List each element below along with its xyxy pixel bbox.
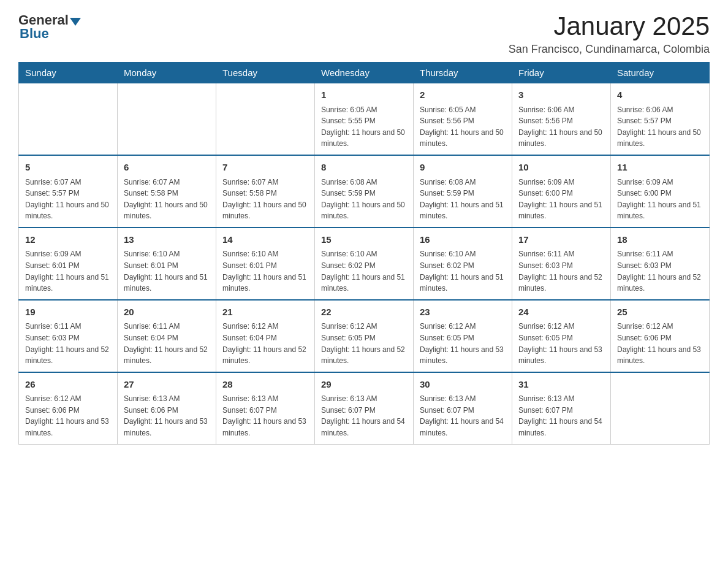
logo-blue-text: Blue: [20, 26, 49, 41]
header-saturday: Saturday: [611, 63, 710, 83]
day-info: Sunrise: 6:11 AM Sunset: 6:03 PM Dayligh…: [518, 248, 604, 294]
calendar-cell: 3Sunrise: 6:06 AM Sunset: 5:56 PM Daylig…: [512, 83, 611, 155]
calendar-cell: 15Sunrise: 6:10 AM Sunset: 6:02 PM Dayli…: [315, 228, 414, 300]
day-number: 25: [617, 305, 703, 320]
week-row-3: 19Sunrise: 6:11 AM Sunset: 6:03 PM Dayli…: [19, 300, 710, 372]
day-info: Sunrise: 6:13 AM Sunset: 6:07 PM Dayligh…: [420, 393, 506, 439]
day-number: 18: [617, 233, 703, 247]
logo: General Blue: [18, 12, 82, 42]
day-number: 5: [25, 161, 111, 175]
day-number: 20: [124, 305, 210, 320]
day-info: Sunrise: 6:13 AM Sunset: 6:06 PM Dayligh…: [124, 393, 210, 439]
day-number: 28: [222, 378, 308, 392]
day-number: 27: [124, 378, 210, 392]
calendar-cell: [216, 83, 315, 155]
calendar-cell: 13Sunrise: 6:10 AM Sunset: 6:01 PM Dayli…: [118, 228, 216, 300]
day-info: Sunrise: 6:13 AM Sunset: 6:07 PM Dayligh…: [518, 393, 604, 439]
day-number: 12: [25, 233, 111, 247]
calendar-cell: 7Sunrise: 6:07 AM Sunset: 5:58 PM Daylig…: [216, 155, 315, 228]
header-wednesday: Wednesday: [315, 63, 414, 83]
day-number: 30: [420, 378, 506, 392]
day-number: 4: [617, 88, 703, 102]
day-number: 7: [222, 161, 308, 175]
day-number: 10: [518, 161, 604, 175]
day-number: 8: [321, 161, 407, 175]
header-friday: Friday: [512, 63, 611, 83]
calendar-cell: 8Sunrise: 6:08 AM Sunset: 5:59 PM Daylig…: [315, 155, 414, 228]
day-number: 31: [518, 378, 604, 392]
calendar-cell: 12Sunrise: 6:09 AM Sunset: 6:01 PM Dayli…: [19, 228, 118, 300]
day-info: Sunrise: 6:11 AM Sunset: 6:03 PM Dayligh…: [25, 321, 111, 366]
calendar-cell: 30Sunrise: 6:13 AM Sunset: 6:07 PM Dayli…: [414, 372, 512, 444]
calendar-cell: 17Sunrise: 6:11 AM Sunset: 6:03 PM Dayli…: [512, 228, 611, 300]
week-row-2: 12Sunrise: 6:09 AM Sunset: 6:01 PM Dayli…: [19, 228, 710, 300]
subtitle: San Francisco, Cundinamarca, Colombia: [509, 43, 710, 56]
header-thursday: Thursday: [414, 63, 512, 83]
calendar-cell: 29Sunrise: 6:13 AM Sunset: 6:07 PM Dayli…: [315, 372, 414, 444]
day-info: Sunrise: 6:09 AM Sunset: 6:00 PM Dayligh…: [518, 177, 604, 222]
day-number: 24: [518, 305, 604, 320]
day-info: Sunrise: 6:07 AM Sunset: 5:58 PM Dayligh…: [124, 177, 210, 222]
title-area: January 2025 San Francisco, Cundinamarca…: [509, 12, 710, 56]
day-info: Sunrise: 6:10 AM Sunset: 6:02 PM Dayligh…: [321, 248, 407, 294]
day-info: Sunrise: 6:05 AM Sunset: 5:56 PM Dayligh…: [420, 104, 506, 150]
logo-arrow-icon: [70, 18, 81, 26]
day-number: 16: [420, 233, 506, 247]
day-number: 11: [617, 161, 703, 175]
day-number: 17: [518, 233, 604, 247]
day-number: 19: [25, 305, 111, 320]
day-info: Sunrise: 6:12 AM Sunset: 6:05 PM Dayligh…: [420, 321, 506, 366]
calendar-cell: 9Sunrise: 6:08 AM Sunset: 5:59 PM Daylig…: [414, 155, 512, 228]
day-number: 22: [321, 305, 407, 320]
day-number: 13: [124, 233, 210, 247]
calendar-header-row: SundayMondayTuesdayWednesdayThursdayFrid…: [19, 63, 710, 83]
header-monday: Monday: [118, 63, 216, 83]
calendar-cell: 4Sunrise: 6:06 AM Sunset: 5:57 PM Daylig…: [611, 83, 710, 155]
calendar-cell: 24Sunrise: 6:12 AM Sunset: 6:05 PM Dayli…: [512, 300, 611, 372]
day-info: Sunrise: 6:13 AM Sunset: 6:07 PM Dayligh…: [222, 393, 308, 439]
calendar-cell: 21Sunrise: 6:12 AM Sunset: 6:04 PM Dayli…: [216, 300, 315, 372]
calendar-cell: 11Sunrise: 6:09 AM Sunset: 6:00 PM Dayli…: [611, 155, 710, 228]
calendar-cell: 2Sunrise: 6:05 AM Sunset: 5:56 PM Daylig…: [414, 83, 512, 155]
day-info: Sunrise: 6:05 AM Sunset: 5:55 PM Dayligh…: [321, 104, 407, 150]
day-info: Sunrise: 6:09 AM Sunset: 6:00 PM Dayligh…: [617, 177, 703, 222]
day-number: 2: [420, 88, 506, 102]
day-info: Sunrise: 6:07 AM Sunset: 5:57 PM Dayligh…: [25, 177, 111, 222]
day-number: 21: [222, 305, 308, 320]
week-row-4: 26Sunrise: 6:12 AM Sunset: 6:06 PM Dayli…: [19, 372, 710, 444]
day-number: 14: [222, 233, 308, 247]
calendar-cell: 31Sunrise: 6:13 AM Sunset: 6:07 PM Dayli…: [512, 372, 611, 444]
calendar-cell: 27Sunrise: 6:13 AM Sunset: 6:06 PM Dayli…: [118, 372, 216, 444]
day-info: Sunrise: 6:12 AM Sunset: 6:04 PM Dayligh…: [222, 321, 308, 366]
day-number: 9: [420, 161, 506, 175]
calendar-cell: [611, 372, 710, 444]
day-number: 15: [321, 233, 407, 247]
day-info: Sunrise: 6:09 AM Sunset: 6:01 PM Dayligh…: [25, 248, 111, 294]
calendar-cell: 16Sunrise: 6:10 AM Sunset: 6:02 PM Dayli…: [414, 228, 512, 300]
day-info: Sunrise: 6:12 AM Sunset: 6:05 PM Dayligh…: [321, 321, 407, 366]
calendar-cell: 20Sunrise: 6:11 AM Sunset: 6:04 PM Dayli…: [118, 300, 216, 372]
day-info: Sunrise: 6:13 AM Sunset: 6:07 PM Dayligh…: [321, 393, 407, 439]
calendar-cell: 1Sunrise: 6:05 AM Sunset: 5:55 PM Daylig…: [315, 83, 414, 155]
week-row-0: 1Sunrise: 6:05 AM Sunset: 5:55 PM Daylig…: [19, 83, 710, 155]
day-info: Sunrise: 6:10 AM Sunset: 6:01 PM Dayligh…: [222, 248, 308, 294]
calendar-cell: [118, 83, 216, 155]
day-info: Sunrise: 6:12 AM Sunset: 6:06 PM Dayligh…: [617, 321, 703, 366]
week-row-1: 5Sunrise: 6:07 AM Sunset: 5:57 PM Daylig…: [19, 155, 710, 228]
calendar-cell: 14Sunrise: 6:10 AM Sunset: 6:01 PM Dayli…: [216, 228, 315, 300]
calendar-table: SundayMondayTuesdayWednesdayThursdayFrid…: [18, 62, 710, 444]
calendar-cell: 19Sunrise: 6:11 AM Sunset: 6:03 PM Dayli…: [19, 300, 118, 372]
day-info: Sunrise: 6:06 AM Sunset: 5:56 PM Dayligh…: [518, 104, 604, 150]
day-info: Sunrise: 6:11 AM Sunset: 6:03 PM Dayligh…: [617, 248, 703, 294]
day-info: Sunrise: 6:08 AM Sunset: 5:59 PM Dayligh…: [420, 177, 506, 222]
calendar-cell: 6Sunrise: 6:07 AM Sunset: 5:58 PM Daylig…: [118, 155, 216, 228]
day-number: 23: [420, 305, 506, 320]
day-number: 29: [321, 378, 407, 392]
day-number: 3: [518, 88, 604, 102]
calendar-cell: 25Sunrise: 6:12 AM Sunset: 6:06 PM Dayli…: [611, 300, 710, 372]
day-info: Sunrise: 6:08 AM Sunset: 5:59 PM Dayligh…: [321, 177, 407, 222]
day-info: Sunrise: 6:12 AM Sunset: 6:06 PM Dayligh…: [25, 393, 111, 439]
header-tuesday: Tuesday: [216, 63, 315, 83]
calendar-cell: 28Sunrise: 6:13 AM Sunset: 6:07 PM Dayli…: [216, 372, 315, 444]
day-info: Sunrise: 6:06 AM Sunset: 5:57 PM Dayligh…: [617, 104, 703, 150]
